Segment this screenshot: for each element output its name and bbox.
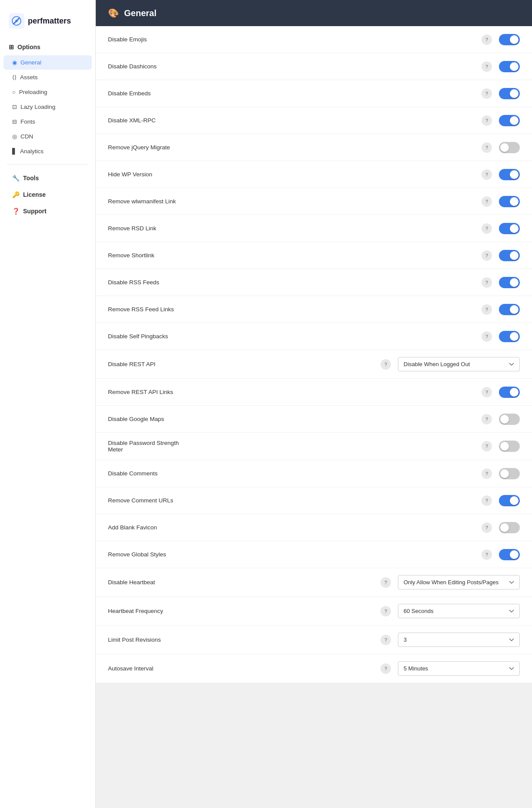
- sidebar-item-support[interactable]: ❓ Support: [3, 203, 92, 219]
- disable-rss-feeds-toggle[interactable]: [499, 277, 520, 288]
- disable-emojis-toggle[interactable]: [499, 34, 520, 45]
- support-icon: ❓: [12, 208, 20, 215]
- disable-self-pingbacks-toggle-track[interactable]: [499, 331, 520, 342]
- disable-dashicons-help-icon[interactable]: ?: [481, 61, 492, 72]
- disable-emojis-toggle-track[interactable]: [499, 34, 520, 45]
- disable-google-maps-help-icon[interactable]: ?: [481, 414, 492, 424]
- remove-rest-api-links-toggle-track[interactable]: [499, 387, 520, 398]
- remove-global-styles-toggle[interactable]: [499, 549, 520, 560]
- brand-logo-icon: [9, 13, 24, 29]
- disable-heartbeat-select[interactable]: DisableOnly Allow When Editing Posts/Pag…: [398, 575, 520, 589]
- tools-icon: 🔧: [12, 175, 20, 182]
- limit-post-revisions-help-icon[interactable]: ?: [380, 635, 391, 645]
- remove-rsd-link-help-icon[interactable]: ?: [481, 223, 492, 234]
- analytics-label: Analytics: [20, 148, 44, 155]
- remove-comment-urls-toggle-track[interactable]: [499, 495, 520, 506]
- remove-jquery-migrate-help-icon[interactable]: ?: [481, 142, 492, 153]
- disable-embeds-help-icon[interactable]: ?: [481, 88, 492, 99]
- add-blank-favicon-toggle[interactable]: [499, 522, 520, 533]
- remove-rss-feed-links-toggle[interactable]: [499, 304, 520, 315]
- heartbeat-frequency-help-icon[interactable]: ?: [380, 606, 391, 616]
- disable-self-pingbacks-help-icon[interactable]: ?: [481, 331, 492, 342]
- disable-xmlrpc-help-icon[interactable]: ?: [481, 115, 492, 126]
- remove-shortlink-toggle[interactable]: [499, 250, 520, 261]
- remove-global-styles-toggle-track[interactable]: [499, 549, 520, 560]
- disable-xmlrpc-toggle[interactable]: [499, 115, 520, 126]
- remove-comment-urls-help-icon[interactable]: ?: [481, 495, 492, 506]
- settings-row-remove-rest-api-links: Remove REST API Links?: [96, 379, 532, 406]
- settings-row-add-blank-favicon: Add Blank Favicon?: [96, 514, 532, 541]
- sidebar-item-preloading[interactable]: ○Preloading: [3, 85, 92, 99]
- disable-rss-feeds-help-icon[interactable]: ?: [481, 277, 492, 288]
- autosave-interval-help-icon[interactable]: ?: [380, 663, 391, 674]
- remove-rsd-link-toggle-track[interactable]: [499, 223, 520, 234]
- remove-rss-feed-links-label: Remove RSS Feed Links: [108, 306, 481, 313]
- disable-xmlrpc-label: Disable XML-RPC: [108, 117, 481, 124]
- disable-password-strength-meter-toggle[interactable]: [499, 441, 520, 452]
- disable-dashicons-toggle[interactable]: [499, 61, 520, 72]
- sidebar-item-fonts[interactable]: ⊟Fonts: [3, 114, 92, 129]
- remove-rsd-link-toggle[interactable]: [499, 223, 520, 234]
- autosave-interval-select[interactable]: 1 Minute2 Minutes5 Minutes10 Minutes: [398, 661, 520, 676]
- remove-wlwmanifest-link-label: Remove wlwmanifest Link: [108, 198, 481, 205]
- sidebar-item-assets[interactable]: ⟨⟩Assets: [3, 70, 92, 84]
- heartbeat-frequency-select[interactable]: 15 Seconds30 Seconds60 Seconds120 Second…: [398, 604, 520, 618]
- settings-row-disable-self-pingbacks: Disable Self Pingbacks?: [96, 323, 532, 350]
- remove-comment-urls-toggle[interactable]: [499, 495, 520, 506]
- cdn-icon: ◎: [12, 133, 17, 140]
- add-blank-favicon-toggle-track[interactable]: [499, 522, 520, 533]
- disable-comments-toggle-thumb: [500, 469, 509, 478]
- remove-shortlink-help-icon[interactable]: ?: [481, 250, 492, 261]
- sidebar-item-license[interactable]: 🔑 License: [3, 187, 92, 202]
- disable-rest-api-label: Disable REST API: [108, 361, 380, 367]
- disable-emojis-help-icon[interactable]: ?: [481, 34, 492, 45]
- disable-rss-feeds-toggle-track[interactable]: [499, 277, 520, 288]
- hide-wp-version-toggle-track[interactable]: [499, 169, 520, 180]
- disable-rest-api-help-icon[interactable]: ?: [380, 359, 391, 370]
- remove-shortlink-toggle-track[interactable]: [499, 250, 520, 261]
- remove-rss-feed-links-toggle-track[interactable]: [499, 304, 520, 315]
- limit-post-revisions-select[interactable]: 123510Disable: [398, 633, 520, 647]
- disable-embeds-toggle[interactable]: [499, 88, 520, 99]
- remove-rest-api-links-toggle[interactable]: [499, 387, 520, 398]
- disable-embeds-toggle-track[interactable]: [499, 88, 520, 99]
- disable-password-strength-meter-help-icon[interactable]: ?: [481, 441, 492, 451]
- sidebar-item-general[interactable]: ◉General: [3, 55, 92, 70]
- sidebar-divider-1: [7, 164, 88, 165]
- disable-rest-api-select[interactable]: DisableDisable When Logged OutEnable: [398, 357, 520, 371]
- settings-row-disable-emojis: Disable Emojis?: [96, 26, 532, 53]
- settings-row-remove-shortlink: Remove Shortlink?: [96, 242, 532, 269]
- autosave-interval-label: Autosave Interval: [108, 665, 380, 672]
- remove-rss-feed-links-help-icon[interactable]: ?: [481, 304, 492, 315]
- disable-google-maps-toggle-track[interactable]: [499, 414, 520, 425]
- remove-jquery-migrate-toggle-track[interactable]: [499, 142, 520, 153]
- sidebar-item-analytics[interactable]: ▋Analytics: [3, 144, 92, 158]
- settings-row-remove-global-styles: Remove Global Styles?: [96, 541, 532, 568]
- sidebar-item-lazy-loading[interactable]: ⊡Lazy Loading: [3, 100, 92, 114]
- disable-self-pingbacks-toggle[interactable]: [499, 331, 520, 342]
- remove-global-styles-help-icon[interactable]: ?: [481, 549, 492, 560]
- disable-password-strength-meter-toggle-track[interactable]: [499, 441, 520, 452]
- disable-dashicons-toggle-track[interactable]: [499, 61, 520, 72]
- disable-heartbeat-help-icon[interactable]: ?: [380, 577, 391, 588]
- disable-comments-toggle-track[interactable]: [499, 468, 520, 479]
- hide-wp-version-toggle[interactable]: [499, 169, 520, 180]
- remove-wlwmanifest-link-toggle-track[interactable]: [499, 196, 520, 207]
- disable-comments-toggle[interactable]: [499, 468, 520, 479]
- disable-xmlrpc-toggle-track[interactable]: [499, 115, 520, 126]
- remove-rsd-link-label: Remove RSD Link: [108, 225, 481, 232]
- hide-wp-version-help-icon[interactable]: ?: [481, 169, 492, 180]
- disable-embeds-label: Disable Embeds: [108, 90, 481, 97]
- disable-google-maps-toggle[interactable]: [499, 414, 520, 425]
- add-blank-favicon-help-icon[interactable]: ?: [481, 522, 492, 533]
- remove-rest-api-links-help-icon[interactable]: ?: [481, 387, 492, 397]
- remove-jquery-migrate-toggle[interactable]: [499, 142, 520, 153]
- remove-wlwmanifest-link-help-icon[interactable]: ?: [481, 196, 492, 207]
- add-blank-favicon-toggle-thumb: [500, 523, 509, 532]
- disable-comments-help-icon[interactable]: ?: [481, 468, 492, 479]
- sidebar-item-tools[interactable]: 🔧 Tools: [3, 170, 92, 186]
- sidebar-item-cdn[interactable]: ◎CDN: [3, 129, 92, 144]
- remove-wlwmanifest-link-toggle[interactable]: [499, 196, 520, 207]
- license-icon: 🔑: [12, 191, 20, 198]
- main-area: 🎨 General Disable Emojis?Disable Dashico…: [96, 0, 532, 808]
